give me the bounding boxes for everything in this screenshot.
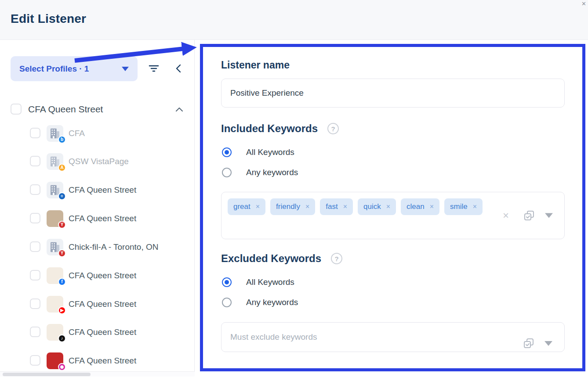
copy-icon[interactable] <box>523 209 535 222</box>
caret-down-icon[interactable] <box>545 213 553 218</box>
included-keywords-heading: Included Keywords <box>221 122 318 135</box>
chip-label: great <box>233 202 250 211</box>
included-keywords-input[interactable]: great × friendly × fast × quick × clean <box>221 192 565 239</box>
edit-listener-screen: Edit Listener ✕ Select Profiles · 1 CFA … <box>0 0 588 381</box>
radio-unselected-icon[interactable] <box>222 298 232 307</box>
page-title: Edit Listener <box>11 12 86 26</box>
blogger-badge-icon: b <box>58 136 66 144</box>
excluded-any-keywords-option[interactable]: Any keywords <box>222 298 298 307</box>
collapse-sidebar-button[interactable] <box>172 62 185 75</box>
keyword-chips: great × friendly × fast × quick × clean <box>228 198 491 215</box>
keyword-chip[interactable]: quick × <box>358 198 396 215</box>
profile-label: CFA <box>69 122 85 144</box>
profile-checkbox[interactable] <box>30 128 40 138</box>
avatar: ▶ <box>47 296 63 313</box>
profile-checkbox[interactable] <box>30 270 40 280</box>
help-icon[interactable]: ? <box>327 123 339 134</box>
group-checkbox[interactable] <box>11 104 22 115</box>
profile-label: QSW VistaPage <box>69 151 129 173</box>
profile-label: CFA Queen Street <box>69 179 136 201</box>
profile-group-row: CFA Queen Street <box>0 103 195 117</box>
profile-checkbox[interactable] <box>30 213 40 223</box>
select-profiles-dropdown[interactable]: Select Profiles · 1 <box>11 56 138 81</box>
profiles-sidebar: Select Profiles · 1 CFA Queen Street <box>0 40 195 375</box>
avatar: ◉ <box>47 352 63 369</box>
analytics-badge-icon: A <box>58 164 66 172</box>
radio-selected-icon[interactable] <box>222 277 232 287</box>
profile-checkbox[interactable] <box>30 156 40 166</box>
scrollbar-thumb[interactable] <box>3 373 91 376</box>
facebook-badge-icon: f <box>58 278 66 286</box>
help-icon[interactable]: ? <box>331 253 342 264</box>
listener-name-label: Listener name <box>221 59 290 71</box>
profile-checkbox[interactable] <box>30 327 40 337</box>
list-item[interactable]: b CFA <box>0 122 195 144</box>
list-item[interactable]: ♪ CFA Queen Street <box>0 321 195 343</box>
avatar: Y <box>47 210 63 227</box>
filter-icon <box>148 62 160 75</box>
list-item[interactable]: ≡ CFA Queen Street <box>0 179 195 201</box>
chip-label: clean <box>407 202 425 211</box>
chip-label: quick <box>363 202 381 211</box>
radio-unselected-icon[interactable] <box>222 168 232 177</box>
chip-close-icon[interactable]: × <box>343 203 347 210</box>
chip-close-icon[interactable]: × <box>305 203 309 210</box>
profile-label: CFA Queen Street <box>69 350 136 372</box>
listener-name-input[interactable] <box>221 79 565 108</box>
profile-label: Chick-fil-A - Toronto, ON <box>69 236 158 258</box>
profile-checkbox[interactable] <box>30 241 40 252</box>
header: Edit Listener <box>0 0 588 40</box>
yelp-badge-icon: Y <box>58 221 66 229</box>
excluded-keywords-heading: Excluded Keywords <box>221 252 321 265</box>
included-all-keywords-option[interactable]: All Keywords <box>222 147 294 157</box>
instagram-badge-icon: ◉ <box>58 363 66 371</box>
copy-icon[interactable] <box>523 337 535 349</box>
keyword-chip[interactable]: fast × <box>320 198 353 215</box>
chip-close-icon[interactable]: × <box>430 203 434 210</box>
profile-checkbox[interactable] <box>30 355 40 366</box>
chevron-left-icon <box>173 62 185 75</box>
caret-down-icon[interactable] <box>544 341 552 346</box>
radio-label: All Keywords <box>246 277 294 287</box>
pages-badge-icon: ≡ <box>58 192 66 200</box>
list-item[interactable]: ◉ CFA Queen Street <box>0 350 195 372</box>
keyword-chip[interactable]: clean × <box>401 198 439 215</box>
list-item[interactable]: Y CFA Queen Street <box>0 208 195 230</box>
list-item[interactable]: f CFA Queen Street <box>0 265 195 287</box>
chip-close-icon[interactable]: × <box>473 203 477 210</box>
radio-label: Any keywords <box>246 298 298 307</box>
select-profiles-label: Select Profiles · 1 <box>19 64 89 74</box>
avatar: f <box>47 267 63 284</box>
horizontal-scrollbar <box>0 371 195 377</box>
list-item[interactable]: ▶ CFA Queen Street <box>0 293 195 315</box>
chip-close-icon[interactable]: × <box>256 203 260 210</box>
keyword-chip[interactable]: great × <box>228 198 265 215</box>
keyword-chip[interactable]: friendly × <box>270 198 315 215</box>
profile-checkbox[interactable] <box>30 298 40 309</box>
included-keywords-header: Included Keywords ? <box>221 122 339 135</box>
excluded-keywords-header: Excluded Keywords ? <box>221 252 342 265</box>
avatar: b <box>47 125 63 142</box>
list-item[interactable]: A QSW VistaPage <box>0 151 195 173</box>
radio-selected-icon[interactable] <box>222 147 232 157</box>
clear-all-icon[interactable]: × <box>503 210 509 221</box>
close-icon[interactable]: ✕ <box>581 0 586 7</box>
list-item[interactable]: Y Chick-fil-A - Toronto, ON <box>0 236 195 258</box>
excluded-keywords-input[interactable] <box>221 322 565 352</box>
chevron-up-icon[interactable] <box>174 104 185 117</box>
avatar: Y <box>47 239 63 255</box>
profile-label: CFA Queen Street <box>69 208 136 230</box>
chip-close-icon[interactable]: × <box>386 203 390 210</box>
avatar: A <box>47 153 63 170</box>
listener-form-panel: Listener name Included Keywords ? All Ke… <box>200 44 585 371</box>
keyword-chip[interactable]: smile × <box>444 198 483 215</box>
included-any-keywords-option[interactable]: Any keywords <box>222 168 298 177</box>
tiktok-badge-icon: ♪ <box>58 334 66 342</box>
radio-label: Any keywords <box>246 168 298 177</box>
excluded-all-keywords-option[interactable]: All Keywords <box>222 277 294 287</box>
profile-checkbox[interactable] <box>30 184 40 195</box>
youtube-badge-icon: ▶ <box>58 306 66 314</box>
chip-label: fast <box>326 202 338 211</box>
avatar: ≡ <box>47 182 63 198</box>
filter-button[interactable] <box>147 62 160 75</box>
